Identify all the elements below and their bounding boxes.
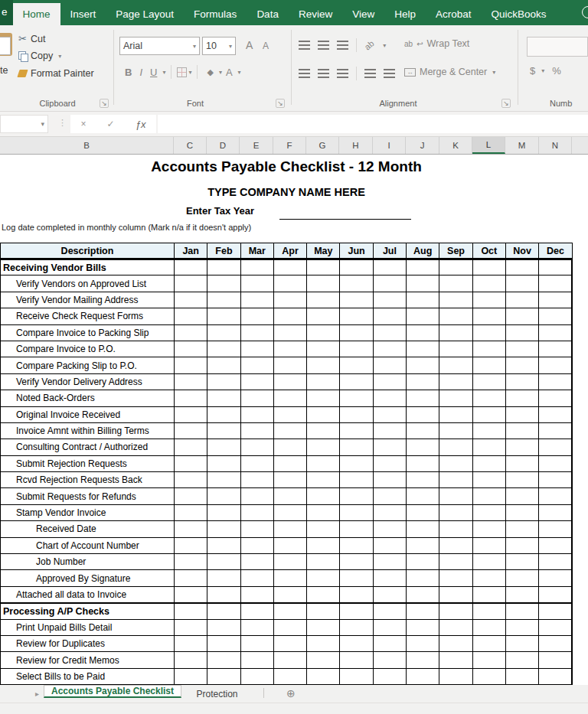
align-left-icon[interactable] — [299, 69, 310, 78]
font-size-select[interactable]: 10 ▾ — [202, 37, 236, 55]
month-cell[interactable] — [373, 292, 406, 308]
month-cell[interactable] — [207, 636, 240, 651]
month-header-cell[interactable]: Feb — [207, 243, 240, 258]
month-cell[interactable] — [538, 439, 571, 455]
month-cell[interactable] — [505, 604, 538, 618]
task-description-cell[interactable]: Review for Credit Memos — [1, 652, 174, 667]
month-cell[interactable] — [207, 669, 240, 684]
month-cell[interactable] — [306, 407, 339, 422]
month-cell[interactable] — [207, 308, 240, 324]
month-cell[interactable] — [505, 292, 538, 308]
month-cell[interactable] — [406, 620, 439, 635]
month-cell[interactable] — [174, 439, 207, 455]
month-cell[interactable] — [174, 325, 207, 341]
month-cell[interactable] — [373, 669, 406, 684]
month-header-cell[interactable]: Nov — [505, 243, 538, 258]
month-cell[interactable] — [406, 587, 439, 602]
month-cell[interactable] — [207, 472, 240, 487]
month-cell[interactable] — [406, 390, 439, 406]
month-cell[interactable] — [406, 570, 439, 585]
month-cell[interactable] — [472, 554, 505, 569]
month-cell[interactable] — [505, 275, 538, 291]
month-header-cell[interactable]: May — [306, 243, 339, 258]
month-cell[interactable] — [174, 636, 207, 651]
column-header[interactable]: J — [406, 137, 439, 154]
month-cell[interactable] — [472, 439, 505, 455]
month-cell[interactable] — [505, 341, 538, 357]
month-cell[interactable] — [207, 488, 240, 504]
task-description-cell[interactable]: Compare Invoice to P.O. — [1, 341, 174, 357]
month-cell[interactable] — [339, 407, 372, 422]
task-description-cell[interactable]: Print Unpaid Bills Detail — [1, 620, 174, 635]
month-cell[interactable] — [406, 407, 439, 422]
month-cell[interactable] — [505, 374, 538, 390]
month-cell[interactable] — [439, 407, 472, 422]
sheet-nav-right-icon[interactable]: ▸ — [35, 690, 39, 698]
month-cell[interactable] — [207, 357, 240, 373]
month-cell[interactable] — [373, 636, 406, 651]
month-cell[interactable] — [273, 505, 306, 520]
month-cell[interactable] — [306, 669, 339, 684]
month-cell[interactable] — [174, 374, 207, 390]
month-cell[interactable] — [339, 620, 372, 635]
month-cell[interactable] — [406, 505, 439, 520]
month-cell[interactable] — [472, 292, 505, 308]
month-cell[interactable] — [240, 275, 273, 291]
month-cell[interactable] — [472, 325, 505, 341]
sheet-tab-accounts-payable-checklist[interactable]: Accounts Payable Checklist — [44, 685, 181, 698]
month-cell[interactable] — [538, 308, 571, 324]
font-family-select[interactable]: Arial ▾ — [119, 37, 200, 55]
column-header[interactable]: L — [472, 137, 505, 154]
month-cell[interactable] — [406, 472, 439, 487]
column-header[interactable]: D — [207, 137, 240, 154]
ribbon-tab[interactable]: e — [0, 0, 13, 25]
month-cell[interactable] — [273, 275, 306, 291]
month-cell[interactable] — [174, 472, 207, 487]
month-cell[interactable] — [505, 407, 538, 422]
month-cell[interactable] — [439, 587, 472, 602]
number-format-select[interactable] — [527, 37, 588, 57]
month-cell[interactable] — [472, 604, 505, 618]
month-cell[interactable] — [207, 407, 240, 422]
month-cell[interactable] — [538, 456, 571, 471]
percent-style-button[interactable]: % — [552, 65, 561, 77]
month-cell[interactable] — [306, 308, 339, 324]
month-cell[interactable] — [240, 456, 273, 471]
shrink-font-button[interactable]: A — [263, 41, 269, 51]
month-cell[interactable] — [472, 456, 505, 471]
month-cell[interactable] — [174, 521, 207, 536]
column-header[interactable]: B — [0, 137, 174, 154]
month-cell[interactable] — [339, 456, 372, 471]
month-cell[interactable] — [174, 554, 207, 569]
month-cell[interactable] — [538, 587, 571, 602]
ribbon-tab[interactable]: Home — [13, 3, 60, 25]
borders-icon[interactable] — [177, 67, 187, 77]
task-description-cell[interactable]: Verify Vendor Mailing Address — [1, 292, 174, 308]
month-cell[interactable] — [306, 538, 339, 553]
task-description-cell[interactable]: Consulting Contract / Authorized — [1, 439, 174, 455]
month-cell[interactable] — [306, 260, 339, 275]
month-cell[interactable] — [207, 521, 240, 536]
align-center-icon[interactable] — [318, 69, 329, 78]
month-cell[interactable] — [306, 505, 339, 520]
month-cell[interactable] — [538, 604, 571, 618]
month-cell[interactable] — [538, 423, 571, 439]
month-cell[interactable] — [373, 521, 406, 536]
month-cell[interactable] — [240, 374, 273, 390]
column-header[interactable]: K — [439, 137, 472, 154]
month-cell[interactable] — [505, 423, 538, 439]
paste-icon[interactable] — [0, 33, 12, 56]
month-cell[interactable] — [339, 652, 372, 667]
column-header[interactable]: G — [306, 137, 339, 154]
month-cell[interactable] — [439, 521, 472, 536]
month-cell[interactable] — [505, 488, 538, 504]
month-cell[interactable] — [207, 341, 240, 357]
alignment-dialog-launcher-icon[interactable]: ↘ — [501, 99, 511, 108]
month-cell[interactable] — [306, 423, 339, 439]
month-cell[interactable] — [273, 488, 306, 504]
month-cell[interactable] — [174, 604, 207, 618]
month-cell[interactable] — [174, 456, 207, 471]
month-cell[interactable] — [339, 275, 372, 291]
ribbon-tab[interactable]: Acrobat — [426, 3, 482, 25]
month-cell[interactable] — [373, 439, 406, 455]
